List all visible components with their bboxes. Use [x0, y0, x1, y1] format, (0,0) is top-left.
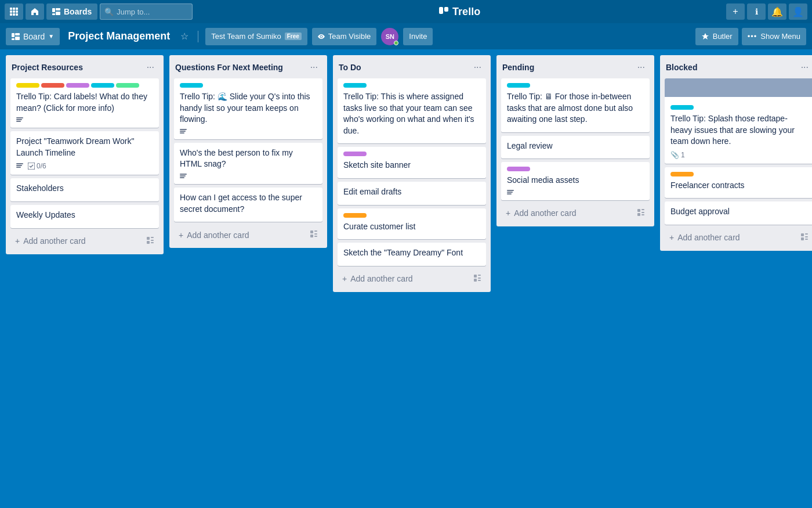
team-button[interactable]: Test Team of Sumiko Free	[205, 28, 307, 45]
profile-icon: 👤	[792, 6, 804, 17]
svg-rect-40	[310, 235, 313, 237]
card-td-3[interactable]: Edit email drafts	[338, 182, 486, 205]
home-button[interactable]	[26, 3, 44, 20]
card-pe-3[interactable]: Social media assets	[501, 162, 650, 200]
list-menu-button[interactable]: ···	[470, 61, 485, 74]
list-to-do: To Do ··· Trello Tip: This is where assi…	[333, 55, 491, 292]
svg-rect-6	[10, 13, 12, 16]
list-menu-button[interactable]: ···	[634, 61, 648, 74]
card-labels	[180, 83, 317, 88]
list-project-resources: Project Resources ··· Trello Tip: Card l…	[6, 55, 164, 254]
card-label	[507, 83, 530, 88]
card-bl-2[interactable]: Freelancer contracts	[665, 167, 812, 199]
description-indicator	[180, 129, 187, 135]
butler-button[interactable]: Butler	[695, 28, 738, 45]
card-pr-3[interactable]: Stakeholders	[10, 178, 159, 201]
card-pe-1[interactable]: Trello Tip: 🖥 For those in-between tasks…	[501, 78, 650, 132]
description-indicator	[16, 163, 23, 169]
card-td-5[interactable]: Sketch the "Teamy Dreamy" Font	[338, 243, 486, 266]
card-text: Trello Tip: This is where assigned tasks…	[343, 91, 480, 136]
card-bl-1[interactable]: Trello Tip: Splash those redtape-heavy i…	[665, 78, 812, 164]
add-card-button[interactable]: + Add another card	[10, 233, 159, 250]
avatar[interactable]: SN	[381, 28, 398, 45]
card-text: Sketch the "Teamy Dreamy" Font	[343, 247, 480, 259]
boards-button[interactable]: Boards	[46, 3, 97, 20]
svg-point-19	[320, 35, 322, 37]
list-menu-button[interactable]: ···	[798, 61, 812, 74]
card-label	[507, 167, 530, 171]
add-card-button[interactable]: + Add another card	[665, 229, 812, 246]
card-bl-3[interactable]: Budget approval	[665, 201, 812, 225]
card-pr-1[interactable]: Trello Tip: Card labels! What do they me…	[10, 78, 159, 128]
add-card-label: Add another card	[677, 233, 740, 242]
visibility-label: Team Visible	[328, 32, 371, 41]
card-td-2[interactable]: Sketch site banner	[338, 147, 486, 178]
svg-rect-55	[641, 214, 644, 215]
star-button[interactable]: ☆	[178, 28, 191, 44]
add-card-label: Add another card	[514, 208, 576, 218]
svg-rect-49	[507, 192, 513, 193]
profile-button[interactable]: 👤	[789, 3, 807, 20]
svg-rect-10	[56, 8, 60, 10]
visibility-button[interactable]: Team Visible	[312, 28, 376, 45]
attachment-indicator: 📎 1	[670, 151, 685, 159]
invite-button[interactable]: Invite	[403, 28, 433, 45]
card-pr-4[interactable]: Weekly Updates	[10, 205, 159, 228]
add-card-button[interactable]: + Add another card	[174, 226, 322, 243]
add-card-button[interactable]: + Add another card	[338, 271, 486, 287]
list-menu-button[interactable]: ···	[307, 61, 321, 74]
nav-right: + ℹ 🔔 👤	[726, 3, 807, 20]
card-text: Curate customer list	[343, 221, 480, 233]
svg-rect-15	[12, 33, 14, 37]
top-nav: Boards 🔍 Trello + ℹ 🔔 👤	[0, 0, 812, 23]
add-icon: +	[733, 6, 738, 17]
card-labels	[670, 105, 807, 110]
board-view-button[interactable]: Board ▼	[6, 28, 60, 45]
svg-rect-36	[180, 175, 186, 176]
add-card-button[interactable]: + Add another card	[501, 205, 650, 222]
svg-rect-33	[180, 131, 186, 132]
card-td-1[interactable]: Trello Tip: This is where assigned tasks…	[338, 78, 486, 143]
svg-rect-0	[10, 8, 12, 10]
board-label: Board	[23, 32, 45, 41]
card-cover	[665, 78, 812, 97]
menu-dots-icon: •••	[748, 32, 757, 41]
online-indicator	[394, 41, 398, 45]
svg-rect-3	[10, 10, 12, 13]
add-card-left: + Add another card	[15, 236, 86, 246]
svg-rect-9	[52, 8, 55, 12]
list-header: Questions For Next Meeting ···	[174, 61, 322, 74]
card-qn-2[interactable]: Who's the best person to fix my HTML sna…	[174, 143, 322, 184]
card-qn-1[interactable]: Trello Tip: 🌊 Slide your Q's into this h…	[174, 78, 322, 139]
card-text: Project "Teamwork Dream Work" Launch Tim…	[16, 136, 153, 158]
list-pending: Pending ··· Trello Tip: 🖥 For those in-b…	[496, 55, 654, 226]
svg-rect-32	[180, 129, 187, 130]
card-pe-2[interactable]: Legal review	[501, 136, 650, 159]
info-button[interactable]: ℹ	[747, 3, 766, 20]
svg-rect-14	[444, 7, 448, 12]
card-pr-2[interactable]: Project "Teamwork Dream Work" Launch Tim…	[10, 131, 159, 175]
add-button[interactable]: +	[726, 3, 745, 20]
svg-rect-35	[180, 174, 187, 175]
template-card-icon	[473, 274, 481, 284]
apps-button[interactable]	[5, 3, 23, 20]
card-label	[16, 83, 39, 88]
card-text: Legal review	[507, 140, 644, 152]
card-text: Social media assets	[507, 175, 644, 186]
template-card-icon	[146, 236, 154, 246]
notifications-button[interactable]: 🔔	[768, 3, 786, 20]
card-label	[343, 213, 367, 218]
list-title: Pending	[502, 63, 634, 72]
svg-rect-58	[801, 237, 804, 240]
card-qn-3[interactable]: How can I get access to the super secret…	[174, 188, 322, 222]
svg-rect-18	[15, 37, 20, 40]
list-menu-button[interactable]: ···	[143, 61, 158, 74]
card-td-4[interactable]: Curate customer list	[338, 208, 486, 240]
search-input[interactable]	[100, 3, 193, 20]
svg-rect-53	[637, 213, 640, 216]
description-indicator	[16, 117, 23, 123]
trello-logo: Trello	[438, 6, 480, 18]
svg-rect-8	[16, 13, 18, 16]
card-text: Trello Tip: Card labels! What do they me…	[16, 91, 153, 114]
show-menu-button[interactable]: ••• Show Menu	[742, 28, 806, 45]
